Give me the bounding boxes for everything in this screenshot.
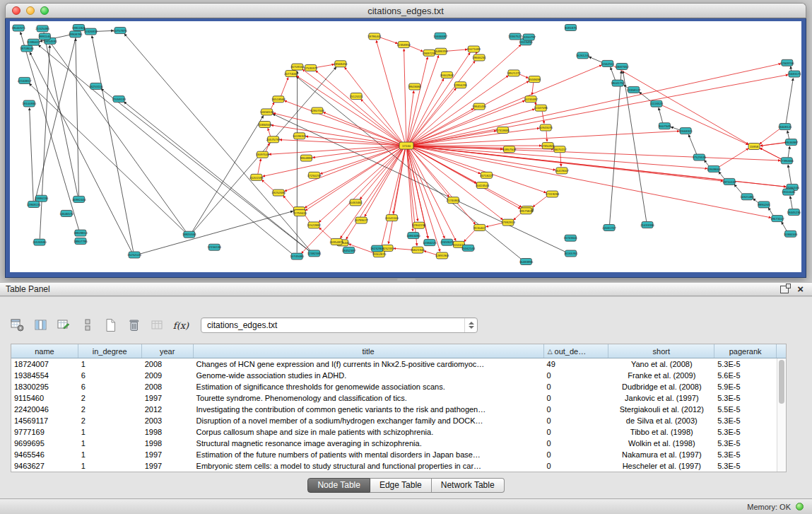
table-row[interactable]: 1938455462009Genome-wide association stu… <box>11 370 777 381</box>
graph-node[interactable]: 10233487 <box>524 96 538 103</box>
graph-node[interactable]: 14646570 <box>59 210 73 216</box>
graph-node[interactable]: 9804880 <box>300 155 313 161</box>
graph-node[interactable]: 22759420 <box>293 210 307 216</box>
graph-node[interactable]: 14321480 <box>740 194 754 200</box>
table-row[interactable]: 1872400712008Changes of HCN gene express… <box>11 358 777 370</box>
graph-node[interactable]: 20141100 <box>385 215 399 221</box>
graph-node[interactable]: 13200797 <box>522 34 536 40</box>
column-header-pagerank[interactable]: pagerank <box>714 344 777 358</box>
graph-node[interactable]: 12382381 <box>307 250 322 257</box>
graph-node[interactable]: 13367527 <box>508 33 522 40</box>
column-header-name[interactable]: name <box>11 344 78 358</box>
graph-node[interactable]: 9130407 <box>473 224 486 230</box>
graph-node[interactable]: 17240 <box>399 142 413 149</box>
graph-node[interactable]: 12956291 <box>454 82 468 88</box>
graph-node[interactable]: 18408121 <box>778 124 792 130</box>
network-canvas[interactable]: 1724015958187864011235895219697258164863… <box>10 21 801 272</box>
table-row[interactable]: 946362711997Embryonic stem cells: a mode… <box>11 460 777 472</box>
graph-node[interactable]: 17535971 <box>304 65 318 71</box>
graph-node[interactable]: 16165761 <box>564 250 578 257</box>
graph-node[interactable]: 20757876 <box>113 28 127 34</box>
graph-node[interactable]: 10366346 <box>784 230 798 237</box>
column-header-out-degree[interactable]: △ out_de… <box>544 344 609 358</box>
graph-node[interactable]: 11386421 <box>27 39 41 45</box>
graph-node[interactable]: 10943076 <box>539 124 553 131</box>
graph-node[interactable]: 15162144 <box>461 245 476 251</box>
graph-node[interactable]: 17059133 <box>112 96 126 103</box>
graph-node[interactable]: 19040571 <box>11 25 25 31</box>
graph-node[interactable]: 17992919 <box>501 219 515 226</box>
graph-node[interactable]: 15958 <box>748 144 760 150</box>
graph-node[interactable]: 10424544 <box>476 182 490 189</box>
delete-column-button[interactable] <box>125 317 143 334</box>
graph-node[interactable]: 9091875 <box>565 25 577 31</box>
graph-node[interactable]: 22163817 <box>18 77 32 83</box>
edit-table-button[interactable] <box>55 317 73 334</box>
graph-node[interactable]: 12902234 <box>412 222 426 228</box>
graph-node[interactable]: 12384225 <box>423 240 437 246</box>
table-row[interactable]: 1830029562008Estimation of significance … <box>11 381 777 392</box>
minimize-window-button[interactable] <box>26 6 35 15</box>
function-builder-button[interactable]: f(x) <box>172 317 190 334</box>
float-panel-icon[interactable] <box>780 286 789 293</box>
graph-node[interactable]: 15743601 <box>564 235 578 241</box>
graph-node[interactable]: 19710133 <box>722 178 736 185</box>
graph-node[interactable]: 20954871 <box>329 238 343 245</box>
graph-node[interactable]: 22668321 <box>678 128 693 134</box>
graph-node[interactable]: 20602942 <box>440 72 454 78</box>
graph-node[interactable]: 12569706 <box>780 59 794 66</box>
graph-node[interactable]: 14863480 <box>406 233 420 239</box>
graph-node[interactable]: 11522882 <box>307 222 321 228</box>
graph-node[interactable]: 21433336 <box>640 222 654 228</box>
graph-node[interactable]: 16718227 <box>480 172 494 178</box>
graph-node[interactable]: 20799077 <box>355 217 369 223</box>
graph-node[interactable]: 19641435 <box>472 103 486 110</box>
table-row[interactable]: 977716911998Corpus callosum shape and si… <box>11 426 777 438</box>
graph-node[interactable]: 16261245 <box>576 52 590 59</box>
graph-node[interactable]: 11116525 <box>650 100 664 107</box>
graph-node[interactable]: 19110040 <box>782 189 796 195</box>
show-columns-button[interactable] <box>32 317 50 334</box>
graph-node[interactable]: 21884568 <box>258 122 272 128</box>
graph-node[interactable]: 12891963 <box>435 252 449 259</box>
graph-node[interactable]: 18568454 <box>334 61 348 67</box>
graph-node[interactable]: 10326832 <box>84 28 98 35</box>
graph-node[interactable]: 9559698 <box>529 76 541 83</box>
graph-node[interactable]: 20201599 <box>249 174 264 180</box>
graph-node[interactable]: 21683171 <box>787 71 801 77</box>
graph-node[interactable]: 19536987 <box>784 139 799 146</box>
graph-node[interactable]: 9943680 <box>408 83 421 90</box>
table-row[interactable]: 2242004622012Investigating the contribut… <box>11 404 777 415</box>
table-selector-dropdown[interactable]: citations_edges.txt <box>201 317 478 333</box>
graph-node[interactable]: 17318681 <box>496 127 510 134</box>
new-column-button[interactable] <box>102 317 120 334</box>
graph-node[interactable]: 17319284 <box>546 191 560 197</box>
window-titlebar[interactable]: citations_edges.txt <box>5 3 806 18</box>
graph-node[interactable]: 21325485 <box>35 25 49 32</box>
graph-node[interactable]: 18786401 <box>367 33 382 40</box>
graph-node[interactable]: 20621944 <box>411 247 425 253</box>
graph-node[interactable]: 19666231 <box>472 54 486 61</box>
graph-node[interactable]: 16483996 <box>519 259 534 265</box>
graph-node[interactable]: 16518568 <box>271 96 286 103</box>
graph-node[interactable]: 18708046 <box>20 45 34 52</box>
graph-node[interactable]: 12156136 <box>207 244 221 250</box>
table-settings-button[interactable] <box>8 317 27 334</box>
scrollbar-thumb[interactable] <box>779 360 784 404</box>
graph-node[interactable]: 18445230 <box>787 209 801 216</box>
graph-node[interactable]: 16982444 <box>72 196 86 202</box>
table-row[interactable]: 911546021997Tourette syndrome. Phenomeno… <box>11 392 777 404</box>
graph-node[interactable]: 21740805 <box>447 197 461 204</box>
tab-node-table[interactable]: Node Table <box>307 478 370 493</box>
graph-node[interactable]: 18232903 <box>370 245 384 252</box>
table-vertical-scrollbar[interactable] <box>777 358 786 472</box>
graph-node[interactable]: 15120111 <box>350 93 363 100</box>
graph-node[interactable]: 19100930 <box>22 100 36 107</box>
graph-node[interactable]: 11671083 <box>467 46 481 52</box>
graph-node[interactable]: 9890265 <box>758 201 770 208</box>
zoom-window-button[interactable] <box>40 6 49 15</box>
graph-node[interactable]: 18828814 <box>73 230 88 236</box>
graph-node[interactable]: 20774067 <box>284 71 298 77</box>
citation-network-graph[interactable]: 1724015958187864011235895219697258164863… <box>10 21 801 272</box>
graph-node[interactable]: 17390666 <box>780 158 794 164</box>
